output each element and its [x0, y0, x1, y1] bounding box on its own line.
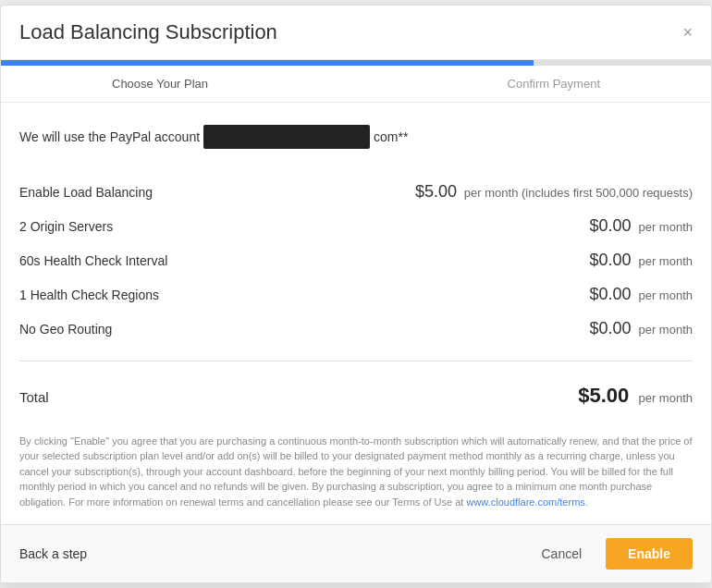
line-item-3: 1 Health Check Regions $0.00 per month	[19, 277, 693, 312]
price-main-4: $0.00	[590, 319, 632, 337]
footer-right: Cancel Enable	[527, 538, 694, 570]
total-label: Total	[19, 389, 49, 405]
line-item-label-0: Enable Load Balancing	[19, 185, 415, 200]
price-note-0: per month (includes first 500,000 reques…	[464, 186, 693, 200]
price-note-1: per month	[638, 220, 693, 234]
price-main-3: $0.00	[590, 285, 632, 303]
terms-link[interactable]: www.cloudflare.com/terms	[466, 496, 584, 508]
line-item-price-1: $0.00 per month	[590, 216, 693, 236]
line-item-price-2: $0.00 per month	[590, 251, 693, 270]
line-item-price-0: $5.00 per month (includes first 500,000 …	[415, 182, 693, 202]
price-note-4: per month	[638, 323, 693, 337]
line-item-label-1: 2 Origin Servers	[19, 219, 590, 234]
paypal-label-after: com**	[374, 129, 408, 144]
terms-text: By clicking "Enable" you agree that you …	[19, 434, 693, 510]
price-note-3: per month	[638, 288, 693, 302]
line-item-1: 2 Origin Servers $0.00 per month	[19, 209, 693, 243]
step-labels: Choose Your Plan Confirm Payment	[1, 66, 711, 103]
paypal-row: We will use the PayPal account com**	[19, 125, 693, 149]
price-main-0: $5.00	[415, 182, 457, 201]
line-item-price-4: $0.00 per month	[590, 319, 693, 338]
line-item-label-4: No Geo Routing	[19, 322, 590, 337]
cancel-button[interactable]: Cancel	[527, 539, 597, 569]
step-2-label: Confirm Payment	[508, 77, 600, 91]
price-note-2: per month	[638, 254, 693, 268]
line-items: Enable Load Balancing $5.00 per month (i…	[19, 175, 693, 346]
price-main-2: $0.00	[590, 251, 632, 269]
divider	[19, 361, 693, 361]
line-item-price-3: $0.00 per month	[590, 285, 693, 304]
total-price-note: per month	[638, 391, 693, 405]
modal-footer: Back a step Cancel Enable	[1, 524, 711, 582]
total-price: $5.00 per month	[578, 384, 693, 408]
paypal-label-before: We will use the PayPal account	[19, 129, 200, 144]
modal-container: Load Balancing Subscription × Choose You…	[0, 5, 712, 584]
modal-title: Load Balancing Subscription	[19, 20, 277, 44]
total-row: Total $5.00 per month	[19, 376, 693, 415]
back-button[interactable]: Back a step	[19, 546, 87, 561]
price-main-1: $0.00	[590, 216, 632, 235]
terms-body: By clicking "Enable" you agree that you …	[19, 435, 692, 508]
line-item-label-3: 1 Health Check Regions	[19, 288, 590, 302]
modal-header: Load Balancing Subscription ×	[1, 6, 711, 60]
line-item-4: No Geo Routing $0.00 per month	[19, 312, 693, 346]
line-item-0: Enable Load Balancing $5.00 per month (i…	[19, 175, 693, 209]
modal-body: We will use the PayPal account com** Ena…	[1, 103, 711, 525]
total-price-main: $5.00	[578, 384, 629, 407]
line-item-2: 60s Health Check Interval $0.00 per mont…	[19, 243, 693, 277]
close-icon[interactable]: ×	[682, 24, 693, 41]
line-item-label-2: 60s Health Check Interval	[19, 253, 590, 268]
step-1-label: Choose Your Plan	[112, 77, 208, 91]
paypal-input-masked	[203, 125, 370, 149]
enable-button[interactable]: Enable	[606, 538, 693, 570]
